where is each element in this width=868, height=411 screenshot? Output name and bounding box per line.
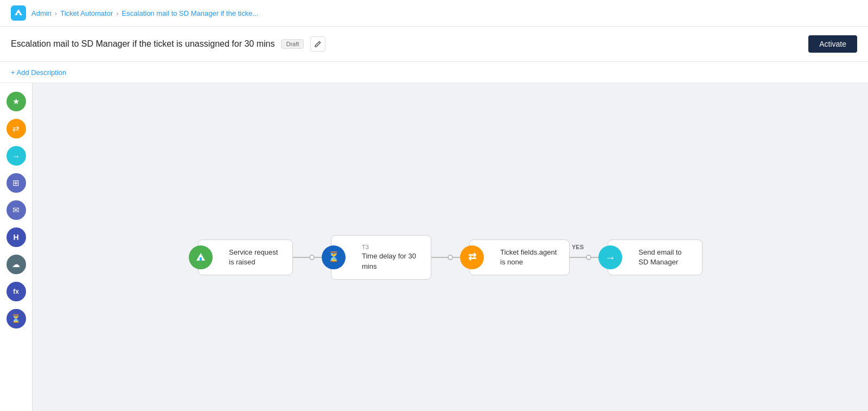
sidebar-trigger-icon[interactable]: ★	[7, 92, 26, 111]
action-node-icon: →	[598, 245, 622, 269]
sidebar: ★ ⇄ → ⊞ ✉ H ☁ fx ⏳	[0, 83, 33, 411]
node-trigger[interactable]: Service request is raised	[198, 239, 293, 275]
draft-badge: Draft	[281, 39, 304, 49]
title-bar: Escalation mail to SD Manager if the tic…	[0, 27, 868, 62]
breadcrumb-sep-1: ›	[55, 9, 57, 17]
sidebar-filter-icon[interactable]: ⊞	[7, 173, 26, 193]
sidebar-condition-icon[interactable]: ⇄	[7, 119, 26, 138]
pencil-icon	[314, 40, 322, 48]
workflow-canvas: Service request is raised ⏳ T3 Time dela…	[33, 83, 868, 411]
condition-node-label: Ticket fields.agent is none	[500, 248, 557, 266]
dot-3	[586, 255, 591, 260]
sidebar-action-icon[interactable]: →	[7, 146, 26, 166]
dot-2	[448, 255, 453, 260]
delay-prefix: T3	[362, 243, 421, 251]
breadcrumb-sep-2: ›	[116, 9, 118, 17]
sidebar-cloud-icon[interactable]: ☁	[7, 255, 26, 274]
activate-button[interactable]: Activate	[808, 35, 857, 53]
delay-node-label: Time delay for 30 mins	[362, 252, 416, 270]
svg-rect-1	[17, 13, 20, 16]
app-logo	[11, 5, 26, 21]
sidebar-h-icon[interactable]: H	[7, 227, 26, 247]
dot-1	[309, 255, 315, 260]
breadcrumb-automator[interactable]: Ticket Automator	[60, 9, 113, 17]
line-3	[570, 257, 586, 258]
delay-node-icon: ⏳	[322, 245, 346, 269]
sidebar-email-icon[interactable]: ✉	[7, 200, 26, 220]
line-1	[293, 257, 309, 258]
trigger-node-label: Service request is raised	[229, 248, 278, 266]
condition-node-icon: ⇄	[460, 245, 484, 269]
yes-label: YES	[572, 244, 584, 250]
top-header: Admin › Ticket Automator › Escalation ma…	[0, 0, 868, 27]
page-title: Escalation mail to SD Manager if the tic…	[11, 39, 275, 49]
edit-title-button[interactable]	[310, 36, 326, 52]
node-condition[interactable]: ⇄ Ticket fields.agent is none	[469, 239, 570, 275]
description-bar: + Add Description	[0, 62, 868, 83]
breadcrumb-current: Escalation mail to SD Manager if the tic…	[122, 9, 258, 17]
node-delay[interactable]: ⏳ T3 Time delay for 30 mins	[331, 235, 431, 280]
main-layout: ★ ⇄ → ⊞ ✉ H ☁ fx ⏳ Service request is ra…	[0, 83, 868, 411]
trigger-node-icon	[189, 245, 213, 269]
line-2	[431, 257, 448, 258]
sidebar-fx-icon[interactable]: fx	[7, 282, 26, 301]
node-action[interactable]: → Send email to SD Manager	[608, 239, 703, 275]
sidebar-timer-icon[interactable]: ⏳	[7, 309, 26, 328]
title-left: Escalation mail to SD Manager if the tic…	[11, 36, 326, 52]
breadcrumb: Admin › Ticket Automator › Escalation ma…	[31, 9, 258, 17]
workflow: Service request is raised ⏳ T3 Time dela…	[198, 235, 703, 280]
svg-rect-3	[200, 257, 202, 261]
action-node-label: Send email to SD Manager	[639, 248, 682, 266]
breadcrumb-admin[interactable]: Admin	[31, 9, 52, 17]
add-description-link[interactable]: + Add Description	[11, 68, 66, 77]
